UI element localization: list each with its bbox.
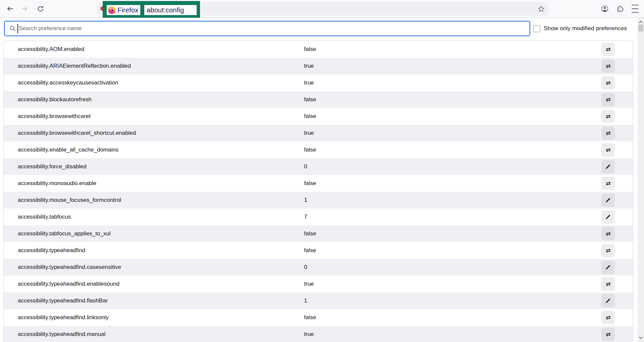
pref-row: accessibility.tabfocus 7: [4, 209, 633, 225]
pref-value: false: [304, 96, 316, 103]
pref-name: accessibility.tabfocus: [18, 214, 71, 220]
pref-name: accessibility.monoaudio.enable: [18, 180, 96, 187]
toggle-button[interactable]: [601, 277, 615, 291]
pref-value: false: [304, 230, 316, 237]
pref-name: accessibility.tabfocus_applies_to_xul: [18, 230, 111, 237]
pref-value: true: [304, 63, 314, 69]
bookmark-star-button[interactable]: [536, 3, 546, 14]
pref-value: true: [304, 130, 314, 136]
pref-name: accessibility.typeaheadfind.casesensitiv…: [18, 264, 121, 271]
toggle-icon: [605, 46, 611, 53]
preference-search: [4, 21, 530, 36]
pref-name: accessibility.mouse_focuses_formcontrol: [18, 197, 121, 204]
scrollbar-thumb[interactable]: [638, 24, 643, 32]
toggle-icon: [605, 247, 611, 254]
extensions-button[interactable]: [614, 3, 626, 15]
pref-value: false: [304, 247, 316, 254]
pref-value: false: [304, 147, 316, 153]
pref-name: accessibility.AOM.enabled: [18, 46, 84, 53]
toggle-button[interactable]: [601, 328, 615, 341]
hamburger-icon: [632, 5, 639, 5]
forward-button[interactable]: [18, 3, 31, 15]
toggle-button[interactable]: [601, 76, 615, 90]
firefox-logo-icon: [108, 6, 116, 14]
url-chip-brand[interactable]: Firefox: [107, 5, 140, 15]
pref-row: accessibility.force_disabled 0: [4, 158, 633, 175]
pref-name: accessibility.browsewithcaret: [18, 113, 91, 120]
pref-row: accessibility.typeaheadfind.linksonly fa…: [4, 309, 633, 326]
reload-button[interactable]: [34, 3, 46, 15]
toggle-icon: [605, 113, 611, 120]
pref-name: accessibility.typeaheadfind: [18, 247, 85, 254]
scroll-down-arrow[interactable]: [638, 335, 644, 341]
forward-icon: [21, 5, 28, 12]
edit-button[interactable]: [601, 210, 615, 224]
show-modified-label[interactable]: Show only modified preferences: [544, 25, 627, 32]
show-modified-checkbox[interactable]: [533, 25, 540, 32]
menu-button[interactable]: [629, 3, 641, 15]
toggle-icon: [605, 130, 611, 136]
star-icon: [538, 5, 545, 12]
pref-value: false: [304, 180, 316, 187]
edit-icon: [605, 298, 611, 304]
toggle-icon: [605, 331, 611, 338]
annotation-highlight-box: Firefox about:config: [103, 1, 200, 18]
pref-name: accessibility.typeaheadfind.linksonly: [18, 314, 109, 321]
pref-name: accessibility.typeaheadfind.flashBar: [18, 297, 108, 304]
toggle-button[interactable]: [601, 143, 615, 157]
url-chip-brand-label: Firefox: [117, 6, 139, 14]
toggle-icon: [605, 80, 611, 86]
pref-name: accessibility.force_disabled: [18, 163, 87, 170]
scroll-up-arrow[interactable]: [638, 19, 644, 25]
pref-row: accessibility.accesskeycausesactivation …: [4, 74, 633, 91]
account-icon: [601, 5, 609, 13]
pref-value: true: [304, 281, 314, 287]
back-button[interactable]: [4, 3, 16, 15]
pref-name: accessibility.enable_all_cache_domains: [18, 147, 118, 153]
pref-row: accessibility.AOM.enabled false: [4, 41, 633, 58]
toggle-icon: [605, 281, 611, 287]
edit-button[interactable]: [601, 160, 615, 173]
toggle-button[interactable]: [601, 43, 615, 56]
modified-filter: Show only modified preferences: [533, 21, 627, 36]
toggle-button[interactable]: [601, 110, 615, 123]
browser-toolbar: [0, 0, 644, 18]
puzzle-icon: [616, 5, 624, 13]
toggle-icon: [605, 231, 611, 237]
pref-value: false: [304, 113, 316, 120]
pref-value: 0: [304, 264, 307, 271]
vertical-scrollbar: [638, 18, 644, 342]
toggle-icon: [605, 97, 611, 103]
pref-value: 7: [304, 214, 307, 220]
preferences-table: accessibility.AOM.enabled false accessib…: [3, 41, 633, 342]
pref-row: accessibility.ARIAElementReflection.enab…: [4, 58, 633, 74]
edit-icon: [605, 197, 611, 203]
toggle-button[interactable]: [601, 59, 615, 73]
toggle-icon: [605, 147, 611, 153]
edit-icon: [605, 214, 611, 220]
toggle-button[interactable]: [601, 126, 615, 140]
toggle-icon: [605, 180, 611, 187]
search-input[interactable]: [4, 21, 530, 36]
toggle-button[interactable]: [601, 244, 615, 257]
text-caret: [17, 24, 18, 33]
toggle-button[interactable]: [601, 93, 615, 106]
pref-row: accessibility.monoaudio.enable false: [4, 175, 633, 192]
edit-button[interactable]: [601, 294, 615, 307]
url-chip-address-label: about:config: [147, 6, 184, 14]
pref-name: accessibility.accesskeycausesactivation: [18, 79, 118, 86]
pref-value: true: [304, 79, 314, 86]
edit-button[interactable]: [601, 193, 615, 207]
url-chip-address[interactable]: about:config: [144, 5, 197, 15]
toggle-button[interactable]: [601, 311, 615, 324]
toggle-button[interactable]: [601, 177, 615, 190]
pref-row: accessibility.typeaheadfind false: [4, 242, 633, 259]
pref-value: false: [304, 46, 316, 53]
pref-row: accessibility.browsewithcaret_shortcut.e…: [4, 125, 633, 141]
pref-name: accessibility.browsewithcaret_shortcut.e…: [18, 130, 136, 136]
pref-value: 1: [304, 197, 307, 204]
toggle-button[interactable]: [601, 227, 615, 240]
edit-button[interactable]: [601, 261, 615, 274]
account-button[interactable]: [599, 3, 611, 15]
pref-row: accessibility.tabfocus_applies_to_xul fa…: [4, 225, 633, 242]
